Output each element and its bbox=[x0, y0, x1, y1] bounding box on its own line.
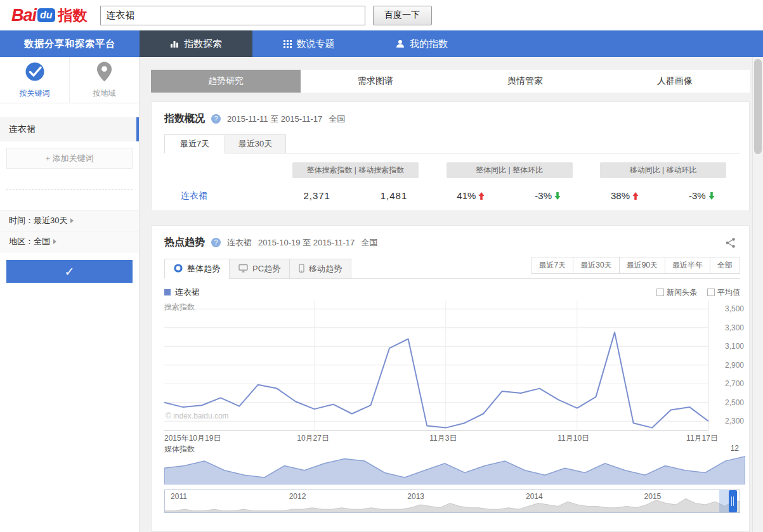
tab-label: 整体趋势 bbox=[187, 263, 220, 275]
timeline-selected-range[interactable] bbox=[719, 490, 729, 512]
hot-trend-card: 热点趋势 ? 连衣裙 2015-10-19 至 2015-11-17 全国 整体… bbox=[151, 225, 750, 532]
baidu-logo[interactable]: Bai du 指数 bbox=[11, 6, 88, 25]
checkbox-label: 新闻头条 bbox=[667, 287, 697, 298]
stats-column-headers: 整体搜索指数 | 移动搜索指数 整体同比 | 整体环比 移动同比 | 移动环比 bbox=[164, 162, 740, 178]
logo-text-bai: Bai bbox=[11, 6, 36, 25]
up-arrow-icon bbox=[632, 192, 639, 200]
logo-text-du: du bbox=[37, 8, 55, 22]
overview-period-tabs: 最近7天 最近30天 bbox=[164, 134, 740, 153]
x-axis-label: 2015年10月19日 bbox=[164, 433, 221, 444]
legend-swatch bbox=[164, 289, 171, 295]
stats-keyword-link[interactable]: 连衣裙 bbox=[164, 190, 207, 200]
range-last-90-days[interactable]: 最近90天 bbox=[619, 257, 665, 274]
nav-tab-label: 指数探索 bbox=[184, 38, 222, 50]
checkbox-icon bbox=[656, 289, 664, 296]
svg-text:2,300: 2,300 bbox=[725, 417, 744, 425]
tab-trend-research[interactable]: 趋势研究 bbox=[151, 70, 301, 93]
col-header-mobile-compare: 移动同比 | 移动环比 bbox=[600, 162, 726, 178]
nav-tab-index-explore[interactable]: 指数探索 bbox=[140, 30, 252, 57]
mobile-yoy-value: 38% bbox=[611, 190, 630, 201]
overview-region: 全国 bbox=[329, 114, 345, 125]
share-icon[interactable] bbox=[725, 237, 736, 249]
help-icon[interactable]: ? bbox=[211, 238, 221, 247]
time-filter[interactable]: 时间：最近30天 bbox=[0, 211, 139, 231]
chart-legend-row: 连衣裙 新闻头条 平均值 bbox=[164, 287, 740, 298]
mode-by-keyword[interactable]: 按关键词 bbox=[0, 57, 69, 103]
trend-keyword: 连衣裙 bbox=[227, 237, 252, 249]
logo-text-suffix: 指数 bbox=[58, 6, 88, 25]
platform-title: 数据分享和探索平台 bbox=[0, 30, 140, 57]
tab-last-30-days[interactable]: 最近30天 bbox=[225, 134, 286, 153]
range-last-30-days[interactable]: 最近30天 bbox=[573, 257, 619, 274]
x-axis-label: 11月3日 bbox=[429, 433, 457, 444]
up-arrow-icon bbox=[478, 192, 485, 200]
tab-pc-trend[interactable]: PC趋势 bbox=[230, 259, 290, 279]
tab-overall-trend[interactable]: 整体趋势 bbox=[164, 259, 230, 279]
checkbox-label: 平均值 bbox=[717, 287, 740, 298]
trend-title: 热点趋势 bbox=[164, 236, 205, 249]
keyword-list-item[interactable]: 连衣裙 bbox=[0, 117, 139, 141]
mobile-yoy-cell: 38% bbox=[586, 190, 663, 201]
col-header-search-index: 整体搜索指数 | 移动搜索指数 bbox=[292, 162, 419, 178]
tab-sentiment-manager[interactable]: 舆情管家 bbox=[450, 70, 600, 93]
check-icon: ✓ bbox=[65, 264, 75, 279]
search-input[interactable] bbox=[100, 6, 365, 25]
checkbox-icon bbox=[707, 289, 715, 296]
svg-text:2,500: 2,500 bbox=[725, 398, 744, 407]
mode-by-region[interactable]: 按地域 bbox=[69, 57, 139, 103]
legend-keyword-label: 连衣裙 bbox=[175, 287, 200, 298]
tab-mobile-trend[interactable]: 移动趋势 bbox=[290, 259, 351, 279]
search-index-chart[interactable]: 3,5003,3003,1002,9002,7002,5002,300 搜索指数… bbox=[164, 301, 740, 431]
filter-list: 时间：最近30天 地区：全国 bbox=[0, 210, 139, 252]
body-wrap: 按关键词 按地域 连衣裙 + 添加关键词 时间：最近30天 bbox=[0, 57, 763, 532]
x-axis-labels: 2015年10月19日10月27日11月3日11月10日11月17日 bbox=[164, 431, 740, 444]
search-mode-switch: 按关键词 按地域 bbox=[0, 57, 139, 103]
tab-label: PC趋势 bbox=[252, 263, 280, 275]
svg-text:2,900: 2,900 bbox=[725, 361, 744, 370]
range-all[interactable]: 全部 bbox=[710, 257, 740, 274]
time-filter-label: 时间：最近30天 bbox=[9, 215, 67, 226]
confirm-button[interactable]: ✓ bbox=[6, 260, 133, 283]
main-content: 趋势研究 需求图谱 舆情管家 人群画像 指数概况 ? 2015-11-11 至 … bbox=[140, 57, 752, 532]
add-keyword-button[interactable]: + 添加关键词 bbox=[6, 148, 133, 169]
smartphone-icon bbox=[299, 264, 304, 275]
page-tabs: 趋势研究 需求图谱 舆情管家 人群画像 bbox=[151, 70, 750, 93]
region-filter-label: 地区：全国 bbox=[9, 236, 50, 247]
dashed-divider bbox=[6, 189, 133, 190]
svg-text:2,700: 2,700 bbox=[725, 379, 744, 388]
search-button[interactable]: 百度一下 bbox=[373, 6, 432, 25]
range-last-half-year[interactable]: 最近半年 bbox=[665, 257, 710, 274]
chevron-right-icon bbox=[53, 239, 56, 244]
overall-yoy-cell: 41% bbox=[433, 190, 509, 201]
tab-demand-map[interactable]: 需求图谱 bbox=[301, 70, 450, 93]
timeline-drag-handle[interactable] bbox=[729, 490, 737, 512]
nav-tab-my-index[interactable]: 我的指数 bbox=[365, 30, 478, 57]
down-arrow-icon bbox=[708, 192, 715, 200]
bar-chart-icon bbox=[170, 39, 179, 48]
nav-tab-data-topics[interactable]: 数说专题 bbox=[252, 30, 365, 57]
chart-checkbox-group: 新闻头条 平均值 bbox=[656, 287, 740, 298]
overview-title: 指数概况 bbox=[164, 112, 205, 126]
top-header: Bai du 指数 百度一下 bbox=[0, 0, 763, 30]
doughnut-icon bbox=[174, 264, 183, 275]
vertical-scrollbar[interactable] bbox=[752, 57, 763, 532]
user-icon bbox=[396, 39, 405, 48]
svg-text:3,300: 3,300 bbox=[725, 323, 744, 332]
range-last-7-days[interactable]: 最近7天 bbox=[531, 257, 574, 274]
average-value-checkbox[interactable]: 平均值 bbox=[707, 287, 740, 298]
search-index-line-chart: 3,5003,3003,1002,9002,7002,5002,300 bbox=[164, 301, 745, 431]
watermark: © index.baidu.com bbox=[166, 412, 229, 420]
timeline-navigator[interactable]: 20112012201320142015 bbox=[164, 490, 740, 513]
down-arrow-icon bbox=[554, 192, 561, 200]
region-filter[interactable]: 地区：全国 bbox=[0, 231, 139, 252]
help-icon[interactable]: ? bbox=[211, 114, 221, 124]
media-index-area-chart bbox=[164, 454, 745, 484]
svg-text:3,100: 3,100 bbox=[725, 342, 744, 351]
news-headlines-checkbox[interactable]: 新闻头条 bbox=[656, 287, 697, 298]
scrollbar-thumb[interactable] bbox=[754, 59, 762, 154]
tab-last-7-days[interactable]: 最近7天 bbox=[164, 134, 225, 153]
svg-text:3,500: 3,500 bbox=[725, 304, 744, 313]
overall-yoy-value: 41% bbox=[457, 190, 476, 201]
tab-audience-profile[interactable]: 人群画像 bbox=[600, 70, 750, 93]
overall-search-index-value: 2,371 bbox=[278, 190, 355, 201]
